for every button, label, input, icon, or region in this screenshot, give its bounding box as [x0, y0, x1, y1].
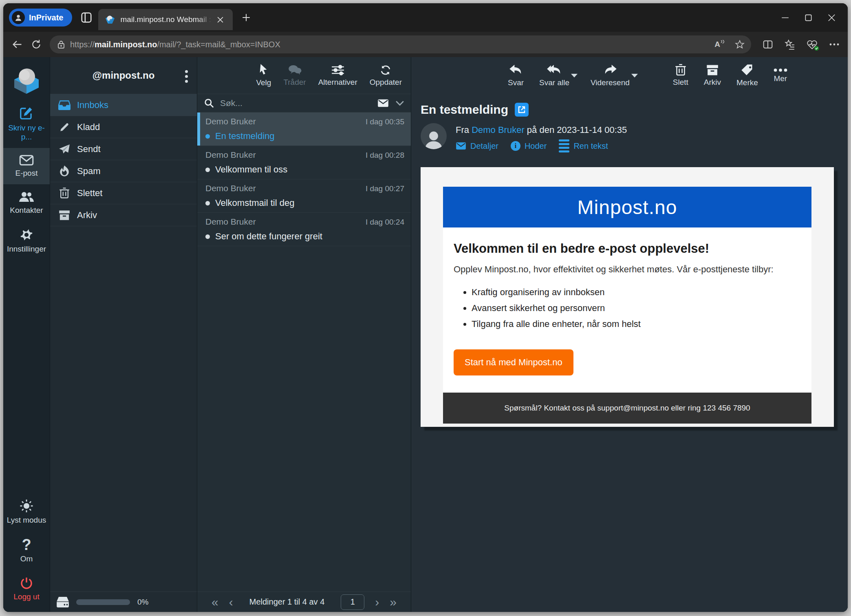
pencil-icon: [58, 122, 71, 132]
logout-button[interactable]: Logg ut: [3, 570, 50, 612]
folder-label: Innboks: [77, 100, 108, 110]
app-menu: Skriv ny e-p... E-post Kontakter Innstil…: [3, 57, 50, 612]
page-number-input[interactable]: [341, 594, 364, 610]
message-row[interactable]: Demo BrukerI dag 00:35 En testmelding: [197, 113, 411, 146]
favorite-star-icon[interactable]: [735, 40, 745, 49]
close-button[interactable]: [828, 14, 836, 22]
nav-mail-label: E-post: [15, 169, 38, 178]
message-row[interactable]: Demo BrukerI dag 00:28 Velkommen til oss: [197, 146, 411, 179]
message-list: Demo BrukerI dag 00:35 En testmelding De…: [197, 113, 411, 592]
split-screen-icon[interactable]: [763, 39, 773, 50]
nav-settings[interactable]: Innstillinger: [3, 221, 50, 260]
unread-dot[interactable]: [205, 234, 210, 239]
folder-list: Innboks Kladd Sendt Spam Slettet: [50, 94, 197, 592]
search-bar: [197, 94, 411, 113]
maximize-button[interactable]: [805, 14, 812, 22]
plaintext-link[interactable]: Ren tekst: [559, 139, 608, 152]
select-button[interactable]: Velg: [256, 64, 271, 87]
forward-dropdown-caret[interactable]: [631, 74, 638, 77]
compose-label: Skriv ny e-p...: [4, 124, 49, 141]
folder-inbox[interactable]: Innboks: [50, 94, 197, 116]
sliders-icon: [331, 64, 344, 76]
navigation-bar: https://mail.minpost.no/mail/?_task=mail…: [3, 32, 848, 57]
next-page-button[interactable]: ›: [375, 596, 379, 608]
sender-link[interactable]: Demo Bruker: [472, 125, 525, 135]
open-in-new-window-icon[interactable]: [515, 103, 529, 117]
sender-avatar: [421, 123, 447, 149]
question-icon: ?: [22, 538, 31, 552]
search-scope-icon[interactable]: [377, 99, 389, 108]
details-link[interactable]: Detaljer: [456, 141, 498, 151]
reply-button[interactable]: Svar: [508, 64, 524, 87]
more-button[interactable]: Mer: [774, 68, 787, 83]
forward-icon: [603, 64, 617, 76]
folder-drafts[interactable]: Kladd: [50, 116, 197, 138]
reply-all-dropdown-caret[interactable]: [571, 74, 578, 77]
options-button[interactable]: Alternativer: [318, 64, 357, 87]
new-tab-button[interactable]: [242, 13, 251, 22]
refresh-list-button[interactable]: Oppdater: [370, 64, 402, 87]
message-row[interactable]: Demo BrukerI dag 00:27 Velkomstmail til …: [197, 179, 411, 213]
email-intro: Opplev Minpost.no, hvor effektivitet og …: [454, 264, 801, 275]
unread-dot[interactable]: [205, 168, 210, 172]
folders-header: @minpost.no: [50, 57, 197, 94]
headers-link[interactable]: i Hoder: [511, 141, 547, 151]
tab-title: mail.minpost.no Webmail :: Innbo: [120, 15, 212, 24]
nav-settings-label: Innstillinger: [7, 245, 46, 254]
forward-button[interactable]: Videresend: [591, 64, 630, 87]
message-count-status: Meldinger 1 til 4 av 4: [249, 597, 325, 607]
folder-archive[interactable]: Arkiv: [50, 204, 197, 226]
address-bar[interactable]: https://mail.minpost.no/mail/?_task=mail…: [50, 35, 751, 53]
trash-icon: [58, 188, 71, 199]
folder-sent[interactable]: Sendt: [50, 138, 197, 160]
email-bullets: Kraftig organisering av innboksen Avanse…: [472, 287, 801, 329]
from-line: Fra Demo Bruker på den 2023-11-14 00:35: [456, 125, 627, 135]
search-options-chevron-icon[interactable]: [395, 100, 404, 106]
folder-menu-icon[interactable]: [185, 70, 188, 83]
prev-page-button[interactable]: ‹: [229, 596, 233, 608]
search-input[interactable]: [220, 98, 372, 108]
last-page-button[interactable]: »: [390, 596, 397, 608]
refresh-icon[interactable]: [31, 39, 42, 50]
folders-pane: @minpost.no Innboks Kladd Sendt: [50, 57, 197, 612]
compose-button[interactable]: Skriv ny e-p...: [3, 99, 50, 148]
tab-close-icon[interactable]: [217, 16, 224, 23]
message-row[interactable]: Demo BrukerI dag 00:24 Ser om dette fung…: [197, 213, 411, 246]
webmail-app: Skriv ny e-p... E-post Kontakter Innstil…: [3, 57, 848, 612]
collections-icon[interactable]: [785, 39, 795, 50]
inbox-icon: [58, 100, 71, 110]
delete-button[interactable]: Slett: [673, 64, 688, 87]
email-cta-button[interactable]: Start nå med Minpost.no: [454, 349, 573, 375]
folder-label: Slettet: [77, 188, 102, 199]
archive-button[interactable]: Arkiv: [704, 64, 721, 87]
folder-spam[interactable]: Spam: [50, 160, 197, 182]
tab-actions-icon[interactable]: [80, 11, 93, 24]
unread-dot[interactable]: [205, 134, 210, 139]
mark-button[interactable]: Merke: [736, 64, 758, 87]
plaintext-icon: [559, 139, 569, 152]
back-icon[interactable]: [11, 39, 23, 50]
browser-tab[interactable]: mail.minpost.no Webmail :: Innbo: [98, 9, 233, 30]
nav-mail[interactable]: E-post: [3, 148, 50, 184]
logout-label: Logg ut: [13, 592, 39, 601]
browser-menu-icon[interactable]: [829, 43, 840, 46]
unread-dot[interactable]: [205, 201, 210, 205]
light-mode-button[interactable]: Lyst modus: [3, 492, 50, 531]
nav-contacts[interactable]: Kontakter: [3, 184, 50, 221]
screen: InPrivate mail.minpost.no Webmail :: Inn…: [0, 0, 851, 616]
read-aloud-icon[interactable]: A: [714, 40, 725, 49]
folder-trash[interactable]: Slettet: [50, 182, 197, 204]
archive-icon: [58, 210, 71, 221]
browser-essentials-icon[interactable]: [807, 40, 818, 50]
reply-all-button[interactable]: Svar alle: [539, 64, 569, 87]
threads-button[interactable]: Tråder: [283, 64, 306, 87]
inprivate-badge[interactable]: InPrivate: [9, 9, 72, 26]
pagination-bar: « ‹ Meldinger 1 til 4 av 4 › »: [197, 592, 411, 612]
minimize-button[interactable]: [781, 14, 789, 22]
mail-view-pane: Svar Svar alle Videresend Slett: [411, 57, 848, 612]
light-mode-label: Lyst modus: [7, 516, 46, 525]
list-toolbar: Velg Tråder Alternativer Oppdater: [197, 57, 411, 94]
first-page-button[interactable]: «: [212, 596, 218, 608]
about-button[interactable]: ? Om: [3, 531, 50, 570]
message-subject: En testmelding: [421, 103, 508, 117]
